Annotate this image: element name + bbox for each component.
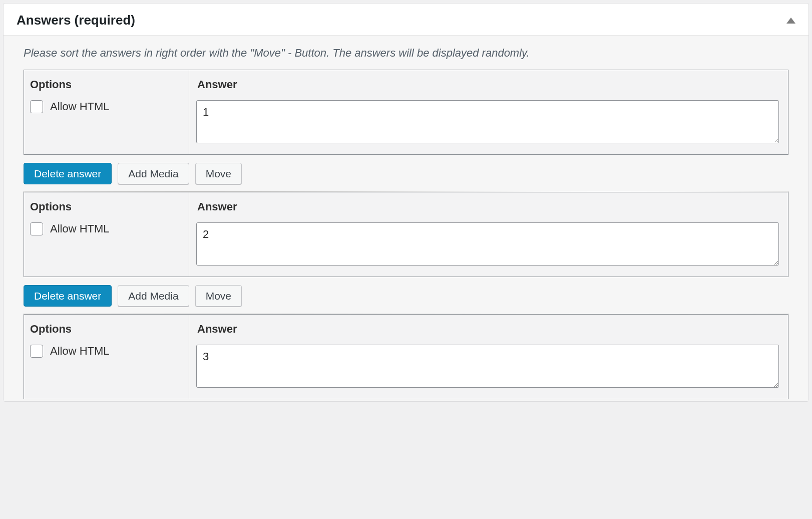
- collapse-up-icon[interactable]: [786, 18, 795, 24]
- options-cell: Options Allow HTML: [24, 315, 189, 399]
- answer-table: Options Allow HTML Answer: [24, 314, 788, 399]
- answer-table: Options Allow HTML Answer: [24, 192, 788, 277]
- answer-button-row: Delete answer Add Media Move: [24, 277, 788, 314]
- options-header: Options: [30, 200, 184, 213]
- add-media-button[interactable]: Add Media: [118, 163, 189, 184]
- answer-textarea[interactable]: [196, 222, 779, 266]
- answer-header: Answer: [197, 200, 779, 213]
- allow-html-label: Allow HTML: [50, 345, 110, 358]
- allow-html-row: Allow HTML: [29, 100, 184, 113]
- options-cell: Options Allow HTML: [24, 192, 189, 277]
- add-media-button[interactable]: Add Media: [118, 285, 189, 307]
- answer-block: Options Allow HTML Answer Delete answer …: [24, 70, 788, 191]
- panel-title: Answers (required): [17, 13, 135, 28]
- answer-cell: Answer: [189, 192, 788, 277]
- allow-html-row: Allow HTML: [29, 222, 184, 235]
- options-cell: Options Allow HTML: [24, 70, 189, 155]
- options-header: Options: [30, 323, 184, 336]
- answer-button-row: Delete answer Add Media Move: [24, 155, 788, 191]
- answer-header: Answer: [197, 78, 779, 91]
- panel-body: Please sort the answers in right order w…: [4, 36, 808, 401]
- delete-answer-button[interactable]: Delete answer: [24, 163, 112, 184]
- answers-panel: Answers (required) Please sort the answe…: [3, 3, 809, 402]
- answer-table: Options Allow HTML Answer: [24, 70, 788, 155]
- answer-block: Options Allow HTML Answer Delete answer …: [24, 192, 788, 314]
- answer-cell: Answer: [189, 315, 788, 399]
- answer-textarea[interactable]: [196, 100, 779, 143]
- allow-html-row: Allow HTML: [29, 345, 184, 358]
- answer-block: Options Allow HTML Answer: [24, 314, 788, 399]
- answer-textarea[interactable]: [196, 345, 779, 388]
- allow-html-label: Allow HTML: [50, 100, 110, 113]
- move-button[interactable]: Move: [195, 285, 242, 307]
- answer-header: Answer: [197, 323, 779, 336]
- allow-html-checkbox[interactable]: [30, 345, 43, 358]
- options-header: Options: [30, 78, 184, 91]
- allow-html-checkbox[interactable]: [30, 100, 43, 113]
- instruction-text: Please sort the answers in right order w…: [4, 36, 808, 70]
- delete-answer-button[interactable]: Delete answer: [24, 285, 112, 307]
- move-button[interactable]: Move: [195, 163, 242, 184]
- allow-html-label: Allow HTML: [50, 222, 110, 235]
- panel-header: Answers (required): [4, 4, 808, 36]
- allow-html-checkbox[interactable]: [30, 222, 43, 235]
- answer-cell: Answer: [189, 70, 788, 155]
